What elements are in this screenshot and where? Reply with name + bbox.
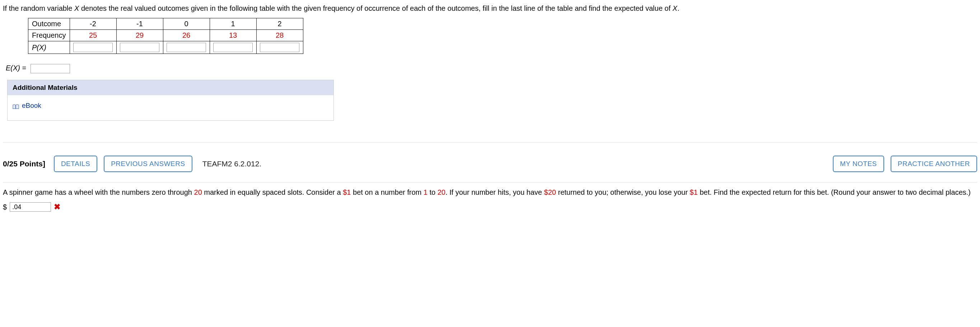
px-label: P(X) bbox=[29, 41, 70, 54]
ex-label-e: E bbox=[6, 64, 10, 72]
q2-text-a: A spinner game has a wheel with the numb… bbox=[3, 188, 194, 196]
q1-prompt: If the random variable X denotes the rea… bbox=[3, 3, 977, 14]
q2-text-b: marked in equally spaced slots. Consider… bbox=[202, 188, 343, 196]
q2-bet2: $1 bbox=[690, 188, 697, 196]
q1-text-c: . bbox=[678, 4, 679, 12]
outcome-cell: 2 bbox=[256, 18, 303, 30]
incorrect-icon: ✖ bbox=[54, 201, 60, 213]
nav-right: MY NOTES PRACTICE ANOTHER bbox=[833, 156, 977, 172]
q2-answer-row: $ ✖ bbox=[3, 201, 977, 213]
outcome-cell: 1 bbox=[210, 18, 256, 30]
q1-text-a: If the random variable bbox=[3, 4, 74, 12]
table-row: Frequency 25 29 26 13 28 bbox=[29, 30, 303, 41]
frequency-cell: 28 bbox=[256, 30, 303, 41]
px-input-3[interactable] bbox=[213, 43, 253, 52]
question-reference: TEAFM2 6.2.012. bbox=[202, 160, 262, 168]
additional-materials-body: eBook bbox=[8, 95, 334, 120]
practice-another-button[interactable]: PRACTICE ANOTHER bbox=[891, 156, 977, 172]
q2-bet: $1 bbox=[343, 188, 351, 196]
px-cell bbox=[163, 41, 210, 54]
q1-text-b: denotes the real valued outcomes given i… bbox=[79, 4, 672, 12]
previous-answers-button[interactable]: PREVIOUS ANSWERS bbox=[104, 156, 192, 172]
frequency-label: Frequency bbox=[29, 30, 70, 41]
outcome-label: Outcome bbox=[29, 18, 70, 30]
question-nav-row: 0/25 Points] DETAILS PREVIOUS ANSWERS TE… bbox=[3, 143, 977, 182]
q2-text-c: bet on a number from bbox=[351, 188, 423, 196]
frequency-cell: 25 bbox=[70, 30, 116, 41]
outcome-table: Outcome -2 -1 0 1 2 Frequency 25 29 26 1… bbox=[28, 18, 303, 54]
q2-text-f: returned to you; otherwise, you lose you… bbox=[556, 188, 690, 196]
q2-answer-input[interactable] bbox=[10, 202, 51, 212]
details-button[interactable]: DETAILS bbox=[54, 156, 97, 172]
ebook-link[interactable]: eBook bbox=[13, 102, 41, 110]
px-input-0[interactable] bbox=[73, 43, 113, 52]
px-input-2[interactable] bbox=[167, 43, 206, 52]
ex-label-x: (X) bbox=[10, 64, 20, 72]
q1-var-x2: X bbox=[673, 4, 678, 12]
q1-var-x: X bbox=[74, 4, 79, 12]
q2-20-b: 20 bbox=[438, 188, 445, 196]
table-row: P(X) bbox=[29, 41, 303, 54]
ebook-label: eBook bbox=[22, 102, 41, 110]
frequency-cell: 26 bbox=[163, 30, 210, 41]
outcome-cell: 0 bbox=[163, 18, 210, 30]
my-notes-button[interactable]: MY NOTES bbox=[833, 156, 884, 172]
px-cell bbox=[116, 41, 163, 54]
frequency-cell: 13 bbox=[210, 30, 256, 41]
table-row: Outcome -2 -1 0 1 2 bbox=[29, 18, 303, 30]
px-cell bbox=[210, 41, 256, 54]
ex-label-eq: = bbox=[20, 64, 29, 72]
px-input-4[interactable] bbox=[260, 43, 299, 52]
px-cell bbox=[256, 41, 303, 54]
frequency-cell: 29 bbox=[116, 30, 163, 41]
q2-20-a: 20 bbox=[194, 188, 202, 196]
q2-one: 1 bbox=[423, 188, 428, 196]
outcome-cell: -1 bbox=[116, 18, 163, 30]
outcome-cell: -2 bbox=[70, 18, 116, 30]
px-input-1[interactable] bbox=[120, 43, 159, 52]
q2-return: $20 bbox=[544, 188, 556, 196]
additional-materials-box: Additional Materials eBook bbox=[7, 80, 334, 121]
dollar-sign: $ bbox=[3, 202, 7, 213]
additional-materials-header: Additional Materials bbox=[8, 80, 334, 95]
book-icon bbox=[13, 103, 19, 108]
expected-value-row: E(X) = bbox=[6, 64, 977, 73]
px-label-text: P(X) bbox=[32, 43, 46, 51]
q2-text-g: bet. Find the expected return for this b… bbox=[698, 188, 970, 196]
px-cell bbox=[70, 41, 116, 54]
expected-value-input[interactable] bbox=[30, 64, 70, 73]
q2-text-d: to bbox=[428, 188, 438, 196]
q2-text-e: . If your number hits, you have bbox=[445, 188, 544, 196]
q2-prompt: A spinner game has a wheel with the numb… bbox=[3, 182, 977, 213]
outcome-table-wrap: Outcome -2 -1 0 1 2 Frequency 25 29 26 1… bbox=[28, 18, 977, 54]
points-label: 0/25 Points] bbox=[3, 160, 45, 168]
